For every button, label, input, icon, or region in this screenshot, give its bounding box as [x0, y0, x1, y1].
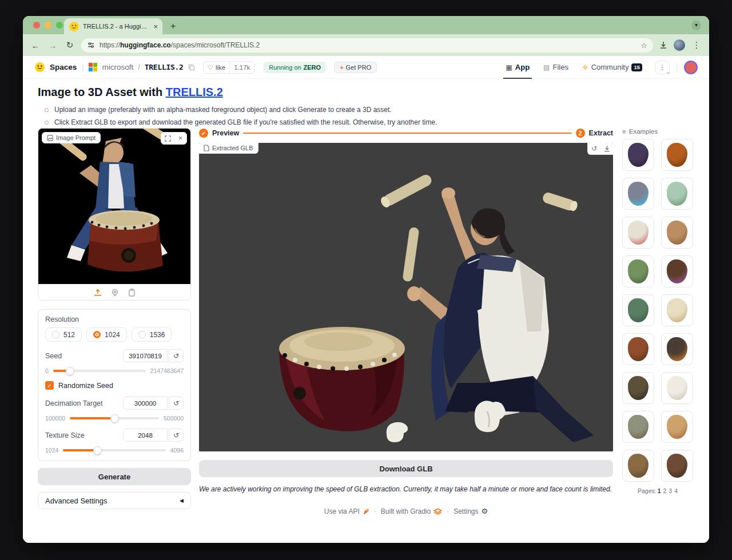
maximize-window-button[interactable]: [56, 22, 63, 29]
decimation-input[interactable]: 300000: [123, 397, 168, 410]
repo-name[interactable]: TRELLIS.2: [145, 63, 184, 71]
like-count: 1.17k: [229, 62, 254, 73]
example-thumbnail-wooden-catapult[interactable]: [622, 450, 654, 482]
seed-label: Seed: [45, 352, 62, 360]
gradio-app: Image to 3D Asset with TRELLIS.2 Upload …: [23, 79, 709, 543]
examples-grid: [622, 139, 693, 482]
example-thumbnail-palm-tree[interactable]: [622, 294, 654, 326]
downloads-icon[interactable]: [659, 41, 668, 50]
viewer-download-icon[interactable]: [600, 143, 613, 154]
example-thumbnail-mechanical-boar[interactable]: [622, 333, 654, 365]
decimation-reset-icon[interactable]: ↺: [169, 397, 184, 410]
webcam-icon[interactable]: [111, 289, 119, 297]
example-thumbnail-potion-cabinet[interactable]: [661, 255, 693, 287]
org-name[interactable]: microsoft: [102, 63, 133, 71]
settings-link[interactable]: Settings ⚙: [453, 507, 488, 515]
randomize-seed-label: Randomize Seed: [58, 382, 113, 390]
like-widget[interactable]: ♡like 1.17k: [203, 61, 255, 74]
site-settings-icon[interactable]: [87, 41, 95, 49]
generate-button[interactable]: Generate: [38, 468, 191, 485]
browser-toolbar: ← → ↻ https://huggingface.co/spaces/micr…: [23, 34, 709, 56]
decimation-slider[interactable]: [70, 417, 159, 419]
use-via-api-link[interactable]: Use via API: [324, 507, 369, 515]
browser-tab[interactable]: TRELLIS.2 - a Hugging Face S ×: [64, 18, 162, 34]
bookmark-star-icon[interactable]: ☆: [640, 41, 647, 50]
header-tab-community[interactable]: ❖Community15: [575, 56, 649, 79]
back-icon[interactable]: ←: [30, 41, 41, 50]
browser-menu-kebab-icon[interactable]: ⋮: [691, 40, 702, 50]
image-controls: ×: [161, 132, 187, 145]
reload-icon[interactable]: ↻: [64, 40, 75, 50]
model3d-viewer[interactable]: Extracted GLB ↺: [199, 143, 613, 451]
page-number-4[interactable]: 4: [674, 487, 678, 494]
viewer-undo-icon[interactable]: ↺: [588, 143, 600, 154]
resolution-option-1536[interactable]: 1536: [132, 327, 172, 342]
trellis-link[interactable]: TRELLIS.2: [166, 86, 223, 98]
resolution-option-512[interactable]: 512: [45, 327, 82, 342]
forward-icon[interactable]: →: [47, 41, 58, 50]
page-number-2[interactable]: 2: [663, 487, 667, 494]
copy-icon[interactable]: [188, 64, 195, 71]
step2-number: 2: [576, 129, 585, 138]
example-thumbnail-viking-with-lantern[interactable]: [661, 450, 693, 482]
example-thumbnail-marble-bust[interactable]: [661, 372, 693, 404]
example-thumbnail-knight-helmet-statue[interactable]: [661, 294, 693, 326]
clear-image-icon[interactable]: ×: [174, 133, 186, 144]
example-thumbnail-overgrown-city[interactable]: [622, 255, 654, 287]
new-tab-button[interactable]: +: [170, 21, 176, 34]
randomize-seed-row[interactable]: ✓ Randomize Seed: [45, 381, 184, 390]
page-number-1[interactable]: 1: [658, 487, 661, 494]
example-thumbnail-skeleton-figure[interactable]: [622, 372, 654, 404]
randomize-seed-checkbox[interactable]: ✓: [45, 381, 54, 390]
browser-tab-strip: TRELLIS.2 - a Hugging Face S × + ▾: [23, 16, 709, 34]
running-on-zero-badge[interactable]: Running onZERO: [264, 62, 326, 73]
seed-slider[interactable]: [53, 370, 146, 372]
texture-slider[interactable]: [63, 449, 165, 451]
example-thumbnail-cozy-room[interactable]: [661, 217, 693, 249]
tab-list-chevron-icon[interactable]: ▾: [691, 21, 701, 30]
advanced-settings-accordion[interactable]: Advanced Settings ◀: [38, 492, 191, 509]
texture-reset-icon[interactable]: ↺: [169, 429, 184, 442]
fullscreen-icon[interactable]: [161, 133, 174, 144]
example-thumbnail-witch-figurine[interactable]: [661, 333, 693, 365]
page-number-3[interactable]: 3: [669, 487, 672, 494]
texture-size-input[interactable]: 2048: [123, 429, 168, 442]
built-with-gradio-link[interactable]: Built with Gradio: [381, 507, 442, 515]
favicon-huggingface: [69, 21, 79, 32]
spaces-label[interactable]: Spaces: [50, 63, 77, 71]
download-glb-button[interactable]: Download GLB: [199, 460, 613, 477]
seed-reset-icon[interactable]: ↺: [169, 349, 184, 362]
space-options-kebab-button[interactable]: ⋮: [655, 61, 670, 74]
example-thumbnail-isometric-town[interactable]: [661, 411, 693, 443]
accordion-arrow-icon: ◀: [180, 498, 184, 503]
example-thumbnail-sci-fi-tank[interactable]: [622, 178, 654, 210]
example-thumbnail-ornate-crown[interactable]: [622, 139, 654, 171]
url-bar[interactable]: https://huggingface.co/spaces/microsoft/…: [81, 38, 653, 53]
texture-size-label: Texture Size: [45, 431, 85, 439]
user-avatar[interactable]: [684, 61, 698, 74]
header-tab-files[interactable]: ▤Files: [536, 56, 575, 79]
viewer-controls: ↺: [587, 143, 613, 155]
example-thumbnail-autumn-tree[interactable]: [661, 139, 693, 171]
example-thumbnail-flower-pot[interactable]: [622, 217, 654, 249]
window-controls[interactable]: [33, 22, 63, 29]
image-prompt-card: Image Prompt ×: [38, 128, 191, 301]
example-thumbnail-boy-with-teddy[interactable]: [622, 411, 654, 443]
microsoft-logo-icon: [89, 63, 97, 71]
header-tab-app[interactable]: ▣App: [499, 56, 536, 79]
upload-icon[interactable]: [94, 289, 102, 297]
example-thumbnail-curly-plant[interactable]: [661, 178, 693, 210]
examples-pagination: Pages:1234: [622, 487, 693, 494]
tab-close-icon[interactable]: ×: [153, 22, 158, 31]
browser-profile-avatar[interactable]: [674, 39, 685, 51]
seed-input[interactable]: 391070819: [123, 349, 168, 362]
get-pro-badge[interactable]: +Get PRO: [334, 62, 377, 73]
url-text: https://huggingface.co/spaces/microsoft/…: [100, 41, 636, 49]
radio-icon: [93, 331, 101, 338]
close-window-button[interactable]: [33, 22, 40, 29]
clipboard-icon[interactable]: [128, 289, 136, 297]
image-prompt-canvas[interactable]: Image Prompt ×: [38, 129, 190, 284]
huggingface-logo-icon[interactable]: [34, 62, 45, 73]
minimize-window-button[interactable]: [45, 22, 51, 29]
resolution-option-1024[interactable]: 1024: [86, 327, 127, 342]
